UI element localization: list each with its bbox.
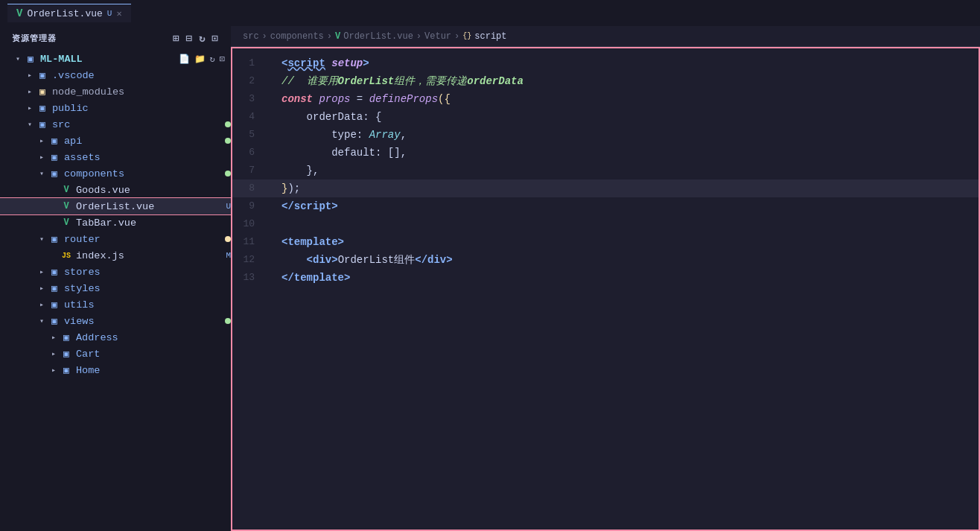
sidebar-item-label: styles xyxy=(64,283,231,294)
views-badge xyxy=(225,318,231,324)
sidebar-item-ml-mall[interactable]: ▣ ML-MALL 📄 📁 ↻ ⊡ xyxy=(0,51,231,67)
sidebar-item-label: ML-MALL xyxy=(40,54,179,65)
folder-icon: ▣ xyxy=(60,347,73,360)
main-layout: 资源管理器 ⊞ ⊟ ↻ ⊡ ▣ ML-MALL 📄 📁 ↻ ⊡ xyxy=(0,26,980,531)
sidebar-item-utils[interactable]: ▣ utils xyxy=(0,296,231,313)
folder-icon: ▣ xyxy=(48,265,61,279)
api-badge xyxy=(225,138,231,144)
sidebar-item-label: OrderList.vue xyxy=(76,201,221,212)
line-content: default: [], xyxy=(270,144,979,162)
arrow-icon xyxy=(12,53,24,65)
collapse-icon[interactable]: ⊡ xyxy=(212,32,219,45)
vue-icon: V xyxy=(60,200,73,213)
sidebar-header-icons: ⊞ ⊟ ↻ ⊡ xyxy=(173,32,219,45)
script-brace-icon: {} xyxy=(462,32,471,40)
line-number: 3 xyxy=(232,90,270,108)
sidebar-item-label: src xyxy=(52,119,220,130)
indexjs-modified-badge: M xyxy=(226,251,231,260)
new-file-icon-small[interactable]: 📄 xyxy=(179,54,190,65)
sidebar-item-stores[interactable]: ▣ stores xyxy=(0,264,231,280)
folder-icon: ▣ xyxy=(60,363,73,377)
sidebar-item-assets[interactable]: ▣ assets xyxy=(0,149,231,165)
line-content: </script> xyxy=(270,197,979,215)
orderlist-modified-badge: U xyxy=(226,202,231,211)
collapse-icon-small[interactable]: ⊡ xyxy=(220,54,225,65)
code-line-11: 11 <template> xyxy=(232,233,979,251)
sidebar-item-public[interactable]: ▣ public xyxy=(0,100,231,116)
line-number: 1 xyxy=(232,54,270,72)
arrow-icon xyxy=(48,331,60,343)
line-content: <template> xyxy=(270,233,979,251)
breadcrumb-orderlist: OrderList.vue xyxy=(343,31,413,42)
tab-modified-badge: U xyxy=(107,9,112,18)
folder-icon: ▣ xyxy=(48,167,61,180)
components-badge xyxy=(225,171,231,177)
line-number: 12 xyxy=(232,251,270,269)
sidebar-item-node-modules[interactable]: ▣ node_modules xyxy=(0,83,231,100)
refresh-icon[interactable]: ↻ xyxy=(199,32,206,45)
code-editor[interactable]: 1 <script setup> 2 // 谁要用OrderList组件，需要传… xyxy=(231,47,980,531)
sidebar-item-api[interactable]: ▣ api xyxy=(0,133,231,149)
sidebar-item-goods-vue[interactable]: V Goods.vue xyxy=(0,182,231,198)
arrow-icon xyxy=(36,233,48,245)
router-badge xyxy=(225,236,231,242)
folder-icon: ▣ xyxy=(48,314,61,328)
line-number: 10 xyxy=(232,215,270,233)
refresh-icon-small[interactable]: ↻ xyxy=(210,54,215,65)
line-number: 9 xyxy=(232,197,270,215)
orderlist-tab[interactable]: V OrderList.vue U ✕ xyxy=(7,4,131,22)
new-folder-icon-small[interactable]: 📁 xyxy=(194,54,206,65)
title-bar: V OrderList.vue U ✕ xyxy=(0,0,980,26)
code-line-10: 10 xyxy=(232,215,979,233)
sidebar-item-vscode[interactable]: ▣ .vscode xyxy=(0,67,231,83)
line-number: 2 xyxy=(232,72,270,90)
line-number: 11 xyxy=(232,233,270,251)
sidebar-item-home[interactable]: ▣ Home xyxy=(0,362,231,378)
arrow-icon xyxy=(24,118,36,130)
line-number: 5 xyxy=(232,126,270,144)
sidebar-item-styles[interactable]: ▣ styles xyxy=(0,280,231,296)
sidebar-item-label: Address xyxy=(76,332,231,343)
folder-icon: ▣ xyxy=(36,118,49,131)
sidebar-item-label: stores xyxy=(64,267,231,278)
sidebar-item-orderlist-vue[interactable]: V OrderList.vue U xyxy=(0,198,231,214)
arrow-icon xyxy=(36,315,48,327)
sidebar-item-src[interactable]: ▣ src xyxy=(0,116,231,133)
sidebar-item-address[interactable]: ▣ Address xyxy=(0,329,231,346)
new-folder-icon[interactable]: ⊟ xyxy=(186,32,193,45)
arrow-icon xyxy=(36,135,48,147)
code-line-9: 9 </script> xyxy=(232,197,979,215)
sidebar-item-label: public xyxy=(52,103,231,114)
sidebar-item-cart[interactable]: ▣ Cart xyxy=(0,346,231,362)
arrow-icon xyxy=(48,364,60,376)
line-number: 8 xyxy=(232,179,270,197)
line-content: orderData: { xyxy=(270,108,979,126)
line-content: </template> xyxy=(270,269,979,287)
sidebar-item-index-js[interactable]: JS index.js M xyxy=(0,247,231,264)
new-file-icon[interactable]: ⊞ xyxy=(173,32,179,45)
breadcrumb-components: components xyxy=(270,31,324,42)
arrow-icon xyxy=(48,348,60,360)
code-line-12: 12 <div>OrderList组件</div> xyxy=(232,251,979,269)
content-area: src › components › V OrderList.vue › Vet… xyxy=(231,26,980,531)
sidebar-item-router[interactable]: ▣ router xyxy=(0,231,231,247)
folder-icon: ▣ xyxy=(48,298,61,311)
sidebar-item-label: Cart xyxy=(76,349,231,360)
tab-close-button[interactable]: ✕ xyxy=(116,8,121,19)
arrow-icon xyxy=(36,266,48,278)
sidebar-item-label: router xyxy=(64,234,220,245)
arrow-icon xyxy=(24,69,36,81)
sidebar-item-views[interactable]: ▣ views xyxy=(0,313,231,329)
vue-file-icon: V xyxy=(16,7,22,19)
sidebar-item-label: node_modules xyxy=(52,86,231,98)
code-line-8: 8 }); xyxy=(232,179,979,197)
breadcrumb-script: {} script xyxy=(462,31,506,42)
sidebar-item-components[interactable]: ▣ components xyxy=(0,165,231,182)
tab-label: OrderList.vue xyxy=(27,8,102,19)
sidebar-item-tabbar-vue[interactable]: V TabBar.vue xyxy=(0,214,231,231)
line-number: 4 xyxy=(232,108,270,126)
line-content: type: Array, xyxy=(270,126,979,144)
folder-icon: ▣ xyxy=(48,150,61,164)
breadcrumb-vue-icon: V xyxy=(335,31,340,42)
line-content: // 谁要用OrderList组件，需要传递orderData xyxy=(270,72,979,90)
